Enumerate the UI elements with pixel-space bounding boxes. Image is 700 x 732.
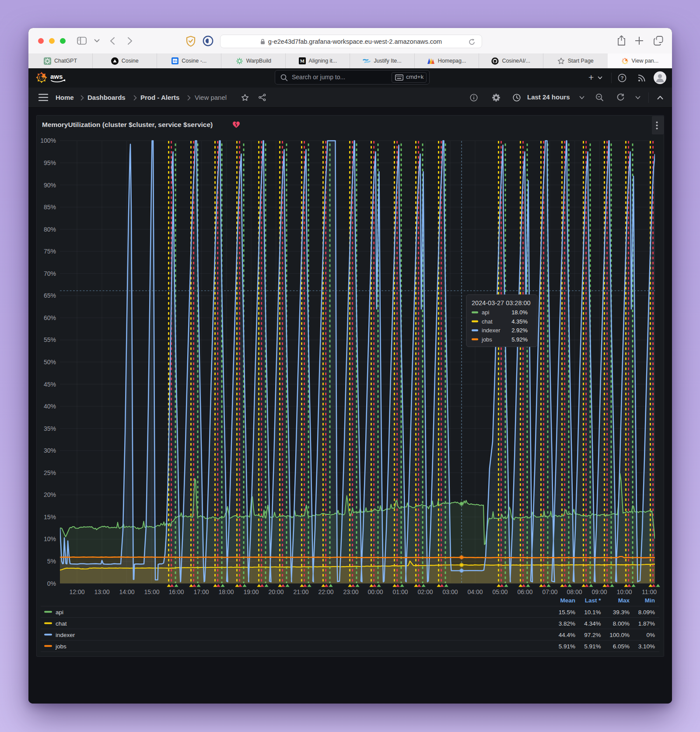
svg-text:6.05%: 6.05%	[613, 643, 630, 650]
svg-text:11:00: 11:00	[642, 588, 657, 595]
svg-text:02:00: 02:00	[417, 588, 433, 595]
svg-text:30%: 30%	[44, 447, 56, 454]
svg-text:14:00: 14:00	[119, 588, 134, 595]
svg-text:21:00: 21:00	[293, 588, 308, 595]
svg-text:75%: 75%	[44, 248, 56, 255]
svg-text:5%: 5%	[47, 558, 56, 565]
svg-text:44.4%: 44.4%	[559, 632, 575, 638]
svg-text:35%: 35%	[44, 425, 56, 432]
svg-text:15%: 15%	[44, 514, 56, 521]
svg-text:95%: 95%	[44, 159, 56, 166]
svg-text:40%: 40%	[44, 403, 56, 410]
svg-text:indexer: indexer	[56, 632, 75, 638]
svg-text:api: api	[482, 309, 489, 316]
svg-text:80%: 80%	[44, 226, 56, 233]
svg-text:18.0%: 18.0%	[511, 309, 528, 316]
svg-text:60%: 60%	[44, 314, 56, 321]
svg-text:100%: 100%	[40, 137, 56, 144]
svg-text:8.00%: 8.00%	[613, 620, 630, 627]
svg-text:20%: 20%	[44, 491, 56, 498]
svg-text:55%: 55%	[44, 336, 56, 343]
svg-text:Mean: Mean	[560, 597, 575, 604]
svg-text:Last *: Last *	[585, 597, 602, 604]
svg-text:04:00: 04:00	[467, 588, 483, 595]
svg-text:2.92%: 2.92%	[511, 327, 528, 334]
svg-text:85%: 85%	[44, 204, 56, 211]
svg-text:22:00: 22:00	[318, 588, 333, 595]
svg-text:10.1%: 10.1%	[584, 609, 601, 616]
svg-text:25%: 25%	[44, 469, 56, 476]
svg-text:17:00: 17:00	[193, 588, 209, 595]
svg-text:8.09%: 8.09%	[638, 609, 655, 616]
svg-text:5.92%: 5.92%	[511, 336, 528, 343]
svg-text:5.91%: 5.91%	[584, 643, 601, 650]
svg-text:1.87%: 1.87%	[638, 620, 655, 627]
svg-text:4.35%: 4.35%	[511, 318, 528, 325]
svg-text:07:00: 07:00	[542, 588, 557, 595]
svg-text:api: api	[56, 609, 63, 616]
svg-text:chat: chat	[482, 318, 493, 325]
svg-text:M: M	[300, 58, 304, 63]
svg-text:Max: Max	[618, 597, 630, 604]
svg-text:10%: 10%	[44, 535, 56, 542]
svg-text:indexer: indexer	[482, 327, 500, 334]
svg-text:10:00: 10:00	[616, 588, 632, 595]
svg-text:15.5%: 15.5%	[559, 609, 575, 616]
svg-text:4.34%: 4.34%	[584, 620, 601, 627]
svg-text:70%: 70%	[44, 270, 56, 277]
svg-text:65%: 65%	[44, 292, 56, 299]
svg-text:3.10%: 3.10%	[638, 643, 655, 650]
svg-text:09:00: 09:00	[592, 588, 607, 595]
svg-text:Min: Min	[645, 597, 655, 604]
svg-text:18:00: 18:00	[218, 588, 234, 595]
svg-text:03:00: 03:00	[442, 588, 458, 595]
svg-text:12:00: 12:00	[69, 588, 84, 595]
svg-text:45%: 45%	[44, 381, 56, 388]
svg-text:01:00: 01:00	[392, 588, 408, 595]
svg-text:20:00: 20:00	[268, 588, 284, 595]
svg-text:13:00: 13:00	[94, 588, 109, 595]
svg-text:39.3%: 39.3%	[613, 609, 630, 616]
svg-text:5.91%: 5.91%	[559, 643, 575, 650]
svg-text:0%: 0%	[646, 632, 655, 638]
svg-text:31: 31	[173, 59, 177, 63]
svg-text:90%: 90%	[44, 182, 56, 189]
svg-text:3.82%: 3.82%	[559, 620, 575, 627]
svg-text:jobs: jobs	[481, 336, 492, 343]
svg-text:97.2%: 97.2%	[584, 632, 601, 638]
svg-text:2024-03-27 03:28:00: 2024-03-27 03:28:00	[472, 299, 531, 306]
svg-text:08:00: 08:00	[567, 588, 582, 595]
svg-text:100.0%: 100.0%	[609, 632, 630, 638]
svg-text:15:00: 15:00	[144, 588, 159, 595]
svg-text:05:00: 05:00	[492, 588, 508, 595]
svg-text:00:00: 00:00	[368, 588, 383, 595]
svg-text:chat: chat	[56, 620, 67, 627]
svg-text:jobs: jobs	[55, 643, 66, 650]
svg-text:23:00: 23:00	[343, 588, 358, 595]
svg-text:aws: aws	[50, 73, 63, 80]
svg-text:19:00: 19:00	[243, 588, 259, 595]
svg-text:16:00: 16:00	[168, 588, 184, 595]
svg-text:0%: 0%	[47, 580, 56, 587]
svg-text:?: ?	[620, 75, 623, 81]
svg-text:50%: 50%	[44, 359, 56, 366]
svg-text:06:00: 06:00	[517, 588, 532, 595]
